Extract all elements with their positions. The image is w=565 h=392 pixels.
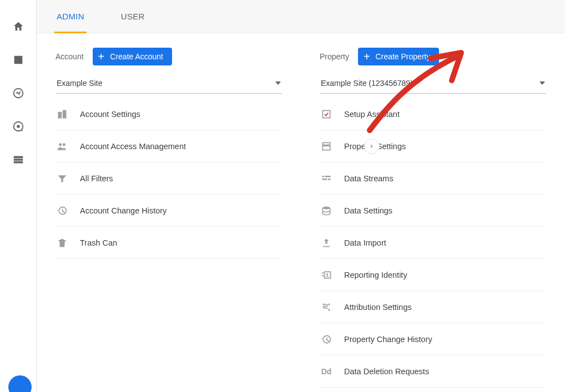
menu-item-label: Data Streams [344, 174, 394, 183]
bar-chart-icon [12, 54, 24, 66]
dd-icon: Dd [320, 367, 333, 376]
people-icon [56, 141, 69, 152]
identity-icon [320, 269, 333, 281]
streams-icon [320, 173, 333, 184]
check-square-icon [320, 109, 333, 120]
menu-item-label: Setup Assistant [344, 110, 400, 119]
property-selected-value: Example Site (123456789) [321, 79, 413, 88]
svg-point-12 [322, 303, 324, 305]
main-area: ADMIN USER Account + Create Account Exam… [37, 0, 565, 392]
menu-item-label: Account Access Management [80, 142, 186, 151]
target-icon [12, 120, 24, 133]
svg-point-2 [63, 143, 65, 146]
menu-item-label: Account Change History [80, 206, 167, 215]
menu-item-label: Trash Can [80, 238, 117, 247]
menu-item-label: Data Settings [344, 206, 392, 215]
home-icon [12, 21, 24, 33]
plus-icon: + [364, 51, 370, 62]
svg-rect-5 [322, 179, 327, 180]
account-heading: Account [56, 52, 84, 61]
property-menu: Setup Assistant Property Settings Data S… [320, 98, 546, 388]
menu-item-label: Data Import [344, 238, 386, 247]
nav-configure[interactable] [7, 149, 29, 171]
account-selected-value: Example Site [57, 79, 102, 88]
explore-icon [12, 87, 24, 99]
list-icon [12, 154, 24, 166]
menu-item-label: All Filters [80, 174, 113, 183]
svg-rect-4 [325, 176, 331, 177]
create-account-label: Create Account [110, 52, 163, 61]
tab-user[interactable]: USER [119, 0, 147, 33]
create-property-button[interactable]: + Create Property [358, 48, 440, 65]
account-settings-item[interactable]: Account Settings [56, 98, 282, 130]
nav-home[interactable] [7, 16, 29, 38]
account-column: Account + Create Account Example Site Ac… [37, 48, 301, 392]
left-nav-rail [0, 0, 37, 392]
arrow-right-icon [368, 142, 376, 150]
admin-surface: Account + Create Account Example Site Ac… [37, 33, 565, 392]
attribution-settings-item[interactable]: Attribution Settings [320, 291, 546, 323]
filter-icon [56, 173, 69, 184]
chevron-down-icon [539, 82, 545, 85]
upload-icon [320, 237, 333, 248]
create-property-label: Create Property [376, 52, 431, 61]
data-deletion-item[interactable]: Dd Data Deletion Requests [320, 355, 546, 388]
property-column: Property + Create Property Example Site … [301, 48, 565, 392]
data-import-item[interactable]: Data Import [320, 227, 546, 259]
svg-point-11 [326, 273, 328, 274]
account-access-item[interactable]: Account Access Management [56, 130, 282, 162]
menu-item-label: Attribution Settings [344, 303, 412, 312]
setup-assistant-item[interactable]: Setup Assistant [320, 98, 546, 130]
svg-point-14 [328, 309, 330, 310]
svg-point-13 [328, 303, 330, 305]
data-streams-item[interactable]: Data Streams [320, 162, 546, 195]
attribution-icon [320, 302, 333, 313]
account-selector[interactable]: Example Site [56, 75, 282, 94]
building-icon [56, 109, 69, 120]
property-history-item[interactable]: Property Change History [320, 323, 546, 355]
history-icon [56, 205, 69, 216]
nav-reports[interactable] [7, 49, 29, 71]
svg-point-0 [17, 125, 20, 128]
svg-point-1 [59, 143, 62, 146]
menu-item-label: Account Settings [80, 110, 140, 119]
svg-point-7 [322, 206, 330, 209]
property-heading: Property [320, 52, 349, 61]
svg-rect-10 [325, 272, 331, 278]
svg-rect-3 [322, 176, 324, 177]
svg-rect-6 [328, 179, 331, 180]
data-settings-item[interactable]: Data Settings [320, 195, 546, 227]
column-toggle-button[interactable] [364, 139, 380, 154]
trash-icon [56, 237, 69, 248]
create-account-button[interactable]: + Create Account [93, 48, 172, 65]
stack-icon [320, 205, 333, 216]
account-history-item[interactable]: Account Change History [56, 195, 282, 227]
history-icon [320, 334, 333, 345]
trash-can-item[interactable]: Trash Can [56, 227, 282, 259]
svg-rect-9 [322, 275, 324, 277]
layout-icon [320, 141, 333, 152]
all-filters-item[interactable]: All Filters [56, 162, 282, 195]
nav-advertising[interactable] [7, 115, 29, 138]
plus-icon: + [98, 51, 105, 62]
menu-item-label: Property Change History [344, 335, 432, 344]
nav-explore[interactable] [7, 82, 29, 104]
fab-button[interactable] [8, 375, 32, 392]
tab-admin[interactable]: ADMIN [54, 0, 87, 33]
tabs-bar: ADMIN USER [37, 0, 565, 33]
property-selector[interactable]: Example Site (123456789) [320, 75, 546, 94]
account-menu: Account Settings Account Access Manageme… [56, 98, 282, 259]
reporting-identity-item[interactable]: Reporting Identity [320, 259, 546, 291]
property-settings-item[interactable]: Property Settings [320, 130, 546, 162]
menu-item-label: Data Deletion Requests [344, 367, 429, 376]
svg-rect-8 [322, 272, 324, 274]
chevron-down-icon [275, 82, 281, 85]
menu-item-label: Reporting Identity [344, 271, 407, 279]
